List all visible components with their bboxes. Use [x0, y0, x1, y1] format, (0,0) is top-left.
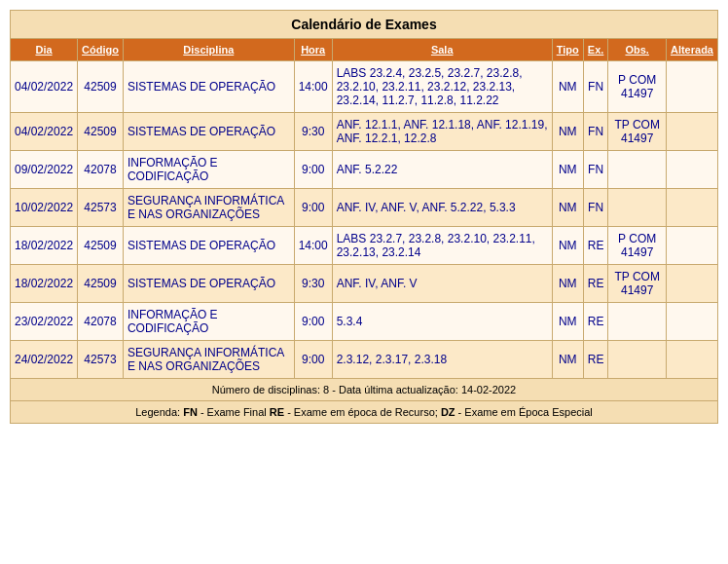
table-cell: FN [583, 189, 608, 227]
table-cell: INFORMAÇÃO E CODIFICAÇÃO [123, 303, 294, 341]
table-cell: RE [583, 227, 608, 265]
footer-row: Número de disciplinas: 8 - Data última a… [11, 379, 718, 401]
table-cell: 9:00 [294, 341, 332, 379]
table-cell [666, 227, 717, 265]
col-header-dia[interactable]: Dia [11, 39, 78, 61]
table-cell: 24/02/2022 [11, 341, 78, 379]
table-row: 18/02/202242509SISTEMAS DE OPERAÇÃO9:30A… [11, 265, 718, 303]
table-cell: SISTEMAS DE OPERAÇÃO [123, 227, 294, 265]
table-cell: 42509 [78, 61, 124, 113]
table-cell: RE [583, 303, 608, 341]
table-cell: TP COM 41497 [608, 265, 667, 303]
table-cell: SEGURANÇA INFORMÁTICA E NAS ORGANIZAÇÕES [123, 341, 294, 379]
table-cell: 14:00 [294, 61, 332, 113]
title-row: Calendário de Exames [11, 11, 718, 39]
table-cell: 18/02/2022 [11, 265, 78, 303]
table-cell [608, 151, 667, 189]
table-cell [608, 189, 667, 227]
table-cell: NM [552, 189, 583, 227]
re-label: RE [270, 406, 284, 418]
table-cell: 9:30 [294, 265, 332, 303]
table-cell: RE [583, 265, 608, 303]
re-desc: - Exame em época de Recurso; [284, 406, 441, 418]
col-header-tipo[interactable]: Tipo [552, 39, 583, 61]
table-cell: LABS 23.2.4, 23.2.5, 23.2.7, 23.2.8, 23.… [332, 61, 552, 113]
table-cell: 9:00 [294, 151, 332, 189]
table-cell: P COM 41497 [608, 61, 667, 113]
table-cell: ANF. IV, ANF. V, ANF. 5.2.22, 5.3.3 [332, 189, 552, 227]
legend-row: Legenda: FN - Exame Final RE - Exame em … [11, 401, 718, 424]
table-cell [666, 303, 717, 341]
dz-label: DZ [441, 406, 455, 418]
table-cell: NM [552, 61, 583, 113]
col-header-ex[interactable]: Ex. [583, 39, 608, 61]
table-cell: 42078 [78, 303, 124, 341]
table-cell: P COM 41497 [608, 227, 667, 265]
table-title: Calendário de Exames [11, 11, 718, 39]
table-cell [608, 303, 667, 341]
table-cell: NM [552, 303, 583, 341]
table-cell: 9:00 [294, 189, 332, 227]
col-header-hora[interactable]: Hora [294, 39, 332, 61]
col-header-alterada[interactable]: Alterada [666, 39, 717, 61]
table-cell [666, 61, 717, 113]
table-row: 18/02/202242509SISTEMAS DE OPERAÇÃO14:00… [11, 227, 718, 265]
table-cell: 04/02/2022 [11, 113, 78, 151]
col-header-sala[interactable]: Sala [332, 39, 552, 61]
dz-desc: - Exame em Época Especial [455, 406, 593, 418]
footer-text: Número de disciplinas: 8 - Data última a… [11, 379, 718, 401]
col-header-obs[interactable]: Obs. [608, 39, 667, 61]
table-cell: 18/02/2022 [11, 227, 78, 265]
table-cell: 42509 [78, 265, 124, 303]
col-header-codigo[interactable]: Código [78, 39, 124, 61]
table-cell: ANF. 12.1.1, ANF. 12.1.18, ANF. 12.1.19,… [332, 113, 552, 151]
table-cell: 10/02/2022 [11, 189, 78, 227]
table-cell: 23/02/2022 [11, 303, 78, 341]
table-cell: INFORMAÇÃO E CODIFICAÇÃO [123, 151, 294, 189]
table-cell: 42078 [78, 151, 124, 189]
table-cell: 09/02/2022 [11, 151, 78, 189]
table-row: 23/02/202242078INFORMAÇÃO E CODIFICAÇÃO9… [11, 303, 718, 341]
table-cell: SISTEMAS DE OPERAÇÃO [123, 265, 294, 303]
legend-text: Legenda: FN - Exame Final RE - Exame em … [11, 401, 718, 424]
table-cell: 5.3.4 [332, 303, 552, 341]
table-cell: 42573 [78, 189, 124, 227]
table-cell: 42509 [78, 113, 124, 151]
table-cell [608, 341, 667, 379]
table-row: 10/02/202242573SEGURANÇA INFORMÁTICA E N… [11, 189, 718, 227]
table-cell: FN [583, 61, 608, 113]
table-cell: SISTEMAS DE OPERAÇÃO [123, 61, 294, 113]
table-row: 24/02/202242573SEGURANÇA INFORMÁTICA E N… [11, 341, 718, 379]
table-row: 04/02/202242509SISTEMAS DE OPERAÇÃO9:30A… [11, 113, 718, 151]
col-header-disciplina[interactable]: Disciplina [123, 39, 294, 61]
table-cell [666, 151, 717, 189]
table-cell: NM [552, 151, 583, 189]
table-cell: 2.3.12, 2.3.17, 2.3.18 [332, 341, 552, 379]
table-cell [666, 113, 717, 151]
table-cell: NM [552, 265, 583, 303]
table-cell: 42509 [78, 227, 124, 265]
table-cell: 9:00 [294, 303, 332, 341]
table-cell: 42573 [78, 341, 124, 379]
fn-label: FN [183, 406, 198, 418]
table-cell: FN [583, 151, 608, 189]
table-cell: ANF. 5.2.22 [332, 151, 552, 189]
table-cell: NM [552, 227, 583, 265]
table-cell: NM [552, 341, 583, 379]
table-body: 04/02/202242509SISTEMAS DE OPERAÇÃO14:00… [11, 61, 718, 379]
table-cell: 14:00 [294, 227, 332, 265]
header-row: Dia Código Disciplina Hora Sala Tipo Ex.… [11, 39, 718, 61]
table-cell: TP COM 41497 [608, 113, 667, 151]
table-cell: LABS 23.2.7, 23.2.8, 23.2.10, 23.2.11, 2… [332, 227, 552, 265]
table-cell: 04/02/2022 [11, 61, 78, 113]
table-cell: ANF. IV, ANF. V [332, 265, 552, 303]
table-row: 09/02/202242078INFORMAÇÃO E CODIFICAÇÃO9… [11, 151, 718, 189]
table-cell: NM [552, 113, 583, 151]
table-row: 04/02/202242509SISTEMAS DE OPERAÇÃO14:00… [11, 61, 718, 113]
table-cell: SISTEMAS DE OPERAÇÃO [123, 113, 294, 151]
table-cell: SEGURANÇA INFORMÁTICA E NAS ORGANIZAÇÕES [123, 189, 294, 227]
fn-desc: - Exame Final [198, 406, 270, 418]
table-cell [666, 265, 717, 303]
table-cell: 9:30 [294, 113, 332, 151]
legend-label: Legenda: [135, 406, 183, 418]
